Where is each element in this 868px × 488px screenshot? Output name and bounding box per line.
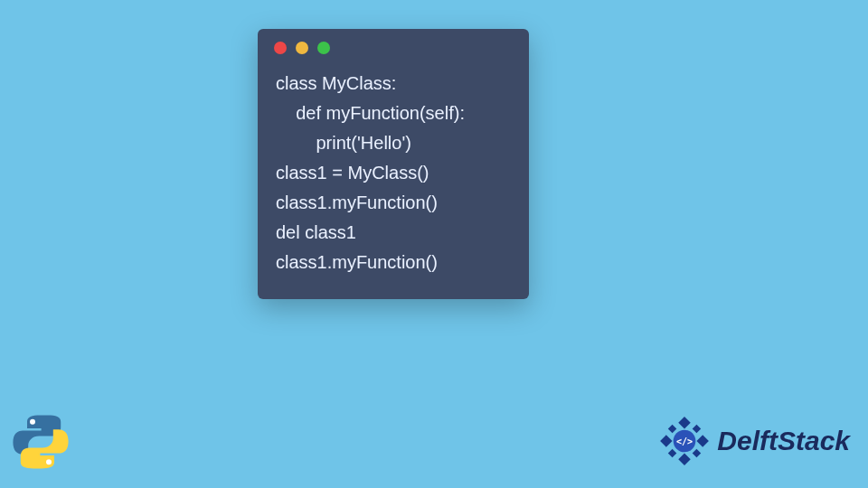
python-logo-icon <box>11 412 71 472</box>
code-line: class MyClass: <box>276 69 511 99</box>
code-line: class1.myFunction() <box>276 188 511 218</box>
close-icon[interactable] <box>274 42 287 54</box>
code-window: class MyClass: def myFunction(self): pri… <box>258 29 529 299</box>
svg-point-1 <box>46 459 52 465</box>
delftstack-brand: </> DelftStack <box>659 416 850 466</box>
brand-name: DelftStack <box>717 426 850 456</box>
code-line: def myFunction(self): <box>276 99 511 128</box>
code-line: del class1 <box>276 218 511 248</box>
svg-text:</>: </> <box>676 436 693 446</box>
minimize-icon[interactable] <box>296 42 308 54</box>
code-line: print('Hello') <box>276 128 511 158</box>
code-line: class1.myFunction() <box>276 248 511 277</box>
maximize-icon[interactable] <box>317 42 330 54</box>
code-block: class MyClass: def myFunction(self): pri… <box>258 63 529 286</box>
window-titlebar <box>258 29 529 63</box>
code-line: class1 = MyClass() <box>276 158 511 188</box>
svg-point-0 <box>30 419 35 425</box>
delftstack-logo-icon: </> <box>659 416 710 466</box>
